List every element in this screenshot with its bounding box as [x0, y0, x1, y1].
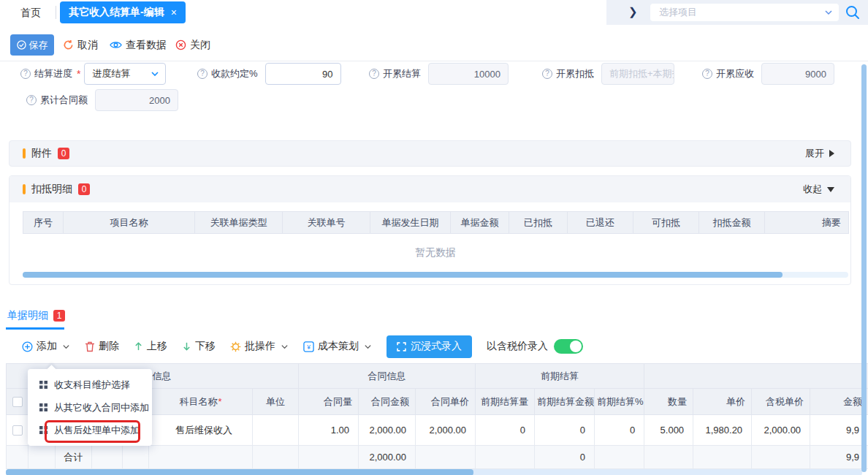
total-blank — [28, 446, 56, 469]
col-contract-qty: 合同量 — [299, 389, 359, 415]
cell-pre-pct[interactable]: 0 — [595, 415, 644, 446]
page-vscrollbar-thumb[interactable] — [861, 64, 867, 472]
col-qty: 数量 — [644, 389, 693, 415]
cell-contract-qty[interactable]: 1.00 — [299, 415, 359, 446]
batch-ops-button[interactable]: 批操作 — [230, 340, 289, 353]
settle-progress-value: 进度结算 — [92, 67, 151, 80]
field-accum-deduct: ? 开累扣抵 前期扣抵+本期扣抵 — [542, 63, 674, 85]
fullscreen-brackets-icon — [397, 342, 406, 352]
tab-close-icon[interactable]: × — [171, 7, 177, 18]
trash-icon — [85, 341, 95, 352]
cell-unit[interactable] — [253, 415, 299, 446]
cell-price[interactable]: 1,980.20 — [693, 415, 752, 446]
cell-contract-price[interactable]: 2,000.00 — [416, 415, 476, 446]
arrow-up-icon — [134, 341, 143, 352]
field-label: 开累应收 — [716, 67, 754, 80]
cell-amount[interactable]: 9,9 — [810, 415, 868, 446]
help-icon[interactable]: ? — [20, 69, 31, 79]
attachment-expand-button[interactable]: 展开 — [805, 147, 834, 160]
accum-settle-input: 10000 — [428, 63, 509, 85]
tab-detail[interactable]: 单据明细 1 — [7, 309, 65, 322]
save-button[interactable]: 保存 — [10, 34, 54, 56]
close-button[interactable]: 关闭 — [175, 34, 210, 56]
main-toolbar: 保存 取消 查看数据 关闭 — [0, 25, 868, 61]
total-contract-amount: 2,000.00 — [359, 446, 416, 469]
grid-icon — [39, 403, 47, 411]
row-checkbox[interactable] — [12, 425, 23, 436]
col-related-doc-type: 关联单据类型 — [195, 212, 283, 234]
deduction-collapse-button[interactable]: 收起 — [803, 183, 834, 196]
cell-qty[interactable]: 5.000 — [644, 415, 693, 446]
cost-plan-button[interactable]: ¥ 成本策划 — [303, 340, 372, 353]
add-button[interactable]: 添加 — [22, 340, 70, 353]
tab-bar: 首页 其它收入结算单-编辑 × ❯ 选择项目 — [0, 0, 868, 25]
help-icon[interactable]: ? — [542, 69, 552, 79]
deduction-header-row: 序号 项目名称 关联单据类型 关联单号 单据发生日期 单据金额 已扣抵 已退还 … — [23, 212, 849, 234]
total-row: 合计 2,000.00 0 9,9 — [7, 446, 868, 469]
view-data-button[interactable]: 查看数据 — [110, 34, 167, 56]
move-up-button[interactable]: 上移 — [134, 340, 167, 353]
cell-tax-price[interactable]: 2,000.00 — [752, 415, 810, 446]
grid-icon — [39, 381, 47, 389]
help-icon[interactable]: ? — [197, 69, 208, 79]
check-circle-icon — [17, 40, 26, 50]
cell-pre-amount[interactable]: 0 — [535, 415, 595, 446]
menu-item-from-aftersale-doc[interactable]: 从售后处理单中添加 — [28, 419, 152, 441]
total-blank — [693, 446, 752, 469]
tabbar-right-zone: ❯ 选择项目 — [606, 0, 868, 25]
cancel-button[interactable]: 取消 — [63, 34, 98, 56]
grid-icon — [39, 426, 47, 434]
toggle-knob — [570, 341, 582, 352]
tab-overflow-arrow-icon[interactable]: ❯ — [628, 5, 638, 18]
menu-item-label: 收支科目维护选择 — [54, 379, 130, 392]
detail-hscrollbar-thumb[interactable] — [6, 469, 473, 475]
deduction-table: 序号 项目名称 关联单据类型 关联单号 单据发生日期 单据金额 已扣抵 已退还 … — [23, 211, 849, 234]
field-settle-progress: ? 结算进度 * 进度结算 — [20, 63, 166, 85]
plus-circle-icon — [22, 341, 33, 352]
select-all-checkbox[interactable] — [12, 397, 23, 407]
menu-item-subject-maintain[interactable]: 收支科目维护选择 — [28, 373, 152, 396]
col-amount: 金额 — [810, 389, 868, 415]
search-icon[interactable] — [845, 4, 861, 20]
help-icon[interactable]: ? — [702, 69, 712, 79]
deduction-hscrollbar-thumb[interactable] — [23, 272, 783, 278]
settle-progress-select[interactable]: 进度结算 — [84, 63, 166, 85]
tab-home[interactable]: 首页 — [13, 0, 48, 25]
chevron-down-icon — [151, 69, 159, 78]
field-label: 收款约定% — [211, 67, 258, 80]
select-all-cell — [7, 389, 28, 415]
total-blank — [92, 446, 123, 469]
attachment-title: 附件 — [31, 147, 52, 160]
project-select[interactable]: 选择项目 — [650, 4, 839, 21]
cell-subject[interactable]: 售后维保收入 — [149, 415, 253, 446]
total-label: 合计 — [56, 446, 92, 469]
tab-divider — [56, 6, 56, 19]
accum-contract-input: 2000 — [95, 89, 178, 111]
add-dropdown-menu: 收支科目维护选择 从其它收入合同中添加 从售后处理单中添加 — [28, 369, 152, 446]
field-accum-settle: ? 开累结算 10000 — [369, 63, 509, 85]
tax-price-toggle[interactable] — [554, 339, 583, 354]
deduction-hscrollbar — [23, 272, 848, 278]
group-previous-settle: 前期结算 — [476, 364, 644, 389]
payment-pct-input[interactable]: 90 — [265, 63, 341, 85]
triangle-right-icon — [829, 150, 834, 157]
menu-item-from-other-income-contract[interactable]: 从其它收入合同中添加 — [28, 396, 152, 419]
delete-button[interactable]: 删除 — [85, 340, 119, 353]
cell-pre-qty[interactable]: 0 — [476, 415, 535, 446]
immersive-entry-label: 沉浸式录入 — [411, 340, 462, 353]
total-pre-amount: 0 — [535, 446, 595, 469]
col-deducted: 已扣抵 — [509, 212, 568, 234]
col-pre-pct: 前期结算% — [595, 389, 644, 415]
help-icon[interactable]: ? — [26, 95, 37, 105]
help-icon[interactable]: ? — [369, 69, 379, 79]
col-seq: 序号 — [23, 212, 64, 234]
immersive-entry-button[interactable]: 沉浸式录入 — [387, 335, 472, 358]
col-related-doc-no: 关联单号 — [283, 212, 370, 234]
cell-contract-amount[interactable]: 2,000.00 — [359, 415, 416, 446]
app-screen: 首页 其它收入结算单-编辑 × ❯ 选择项目 — [0, 0, 868, 475]
detail-tab-underline — [6, 327, 64, 330]
view-data-label: 查看数据 — [126, 39, 167, 52]
tab-active-edit[interactable]: 其它收入结算单-编辑 × — [60, 1, 186, 23]
chevron-down-icon — [364, 343, 372, 351]
move-down-button[interactable]: 下移 — [182, 340, 216, 353]
